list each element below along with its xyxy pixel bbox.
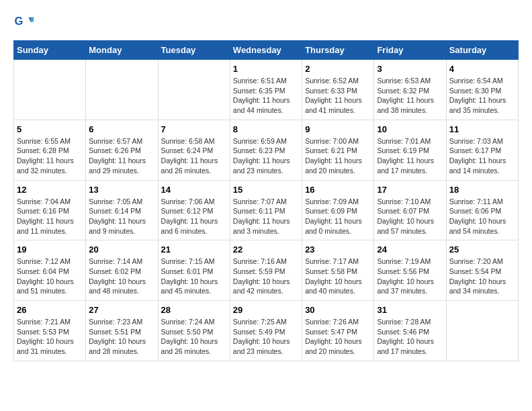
day-content: Sunrise: 7:00 AM Sunset: 6:21 PM Dayligh… bbox=[305, 136, 371, 176]
day-content: Sunrise: 7:03 AM Sunset: 6:17 PM Dayligh… bbox=[449, 136, 515, 176]
calendar-cell: 10Sunrise: 7:01 AM Sunset: 6:19 PM Dayli… bbox=[374, 120, 446, 180]
day-content: Sunrise: 7:10 AM Sunset: 6:07 PM Dayligh… bbox=[377, 197, 443, 236]
header-row: SundayMondayTuesdayWednesdayThursdayFrid… bbox=[14, 41, 519, 60]
calendar-cell: 17Sunrise: 7:10 AM Sunset: 6:07 PM Dayli… bbox=[374, 180, 446, 240]
day-content: Sunrise: 7:05 AM Sunset: 6:14 PM Dayligh… bbox=[89, 197, 154, 236]
day-content: Sunrise: 6:59 AM Sunset: 6:23 PM Dayligh… bbox=[233, 136, 299, 176]
day-content: Sunrise: 7:14 AM Sunset: 6:02 PM Dayligh… bbox=[89, 257, 154, 296]
calendar-cell bbox=[446, 301, 518, 361]
calendar-header: SundayMondayTuesdayWednesdayThursdayFrid… bbox=[14, 41, 519, 60]
day-number: 9 bbox=[305, 124, 371, 134]
calendar-cell: 30Sunrise: 7:26 AM Sunset: 5:47 PM Dayli… bbox=[302, 301, 374, 361]
day-content: Sunrise: 7:01 AM Sunset: 6:19 PM Dayligh… bbox=[377, 136, 443, 176]
day-content: Sunrise: 7:09 AM Sunset: 6:09 PM Dayligh… bbox=[305, 197, 371, 236]
header-day: Saturday bbox=[446, 41, 518, 60]
day-number: 16 bbox=[305, 185, 371, 195]
day-number: 17 bbox=[377, 185, 443, 195]
day-number: 8 bbox=[233, 124, 299, 134]
day-content: Sunrise: 7:06 AM Sunset: 6:12 PM Dayligh… bbox=[161, 197, 227, 236]
day-number: 11 bbox=[449, 124, 515, 134]
day-number: 20 bbox=[89, 244, 154, 255]
day-number: 14 bbox=[161, 185, 227, 195]
header-day: Sunday bbox=[14, 41, 86, 60]
calendar-cell: 18Sunrise: 7:11 AM Sunset: 6:06 PM Dayli… bbox=[446, 180, 518, 240]
calendar-cell: 16Sunrise: 7:09 AM Sunset: 6:09 PM Dayli… bbox=[302, 180, 374, 240]
calendar-cell: 22Sunrise: 7:16 AM Sunset: 5:59 PM Dayli… bbox=[230, 240, 302, 301]
day-content: Sunrise: 7:12 AM Sunset: 6:04 PM Dayligh… bbox=[17, 257, 83, 296]
day-number: 2 bbox=[305, 64, 371, 74]
calendar-week: 12Sunrise: 7:04 AM Sunset: 6:16 PM Dayli… bbox=[14, 180, 519, 240]
page-header: G bbox=[13, 13, 519, 34]
day-content: Sunrise: 7:07 AM Sunset: 6:11 PM Dayligh… bbox=[233, 197, 299, 236]
calendar-cell: 9Sunrise: 7:00 AM Sunset: 6:21 PM Daylig… bbox=[302, 120, 374, 180]
day-number: 30 bbox=[305, 305, 371, 315]
day-number: 19 bbox=[17, 244, 83, 255]
day-number: 12 bbox=[17, 185, 83, 195]
calendar-cell bbox=[14, 60, 86, 120]
day-content: Sunrise: 6:57 AM Sunset: 6:26 PM Dayligh… bbox=[89, 136, 154, 176]
calendar-cell: 5Sunrise: 6:55 AM Sunset: 6:28 PM Daylig… bbox=[14, 120, 86, 180]
calendar-week: 5Sunrise: 6:55 AM Sunset: 6:28 PM Daylig… bbox=[14, 120, 519, 180]
calendar-body: 1Sunrise: 6:51 AM Sunset: 6:35 PM Daylig… bbox=[14, 60, 519, 361]
header-day: Tuesday bbox=[158, 41, 230, 60]
logo-icon: G bbox=[13, 13, 34, 34]
day-number: 22 bbox=[233, 244, 299, 255]
day-content: Sunrise: 6:53 AM Sunset: 6:32 PM Dayligh… bbox=[377, 76, 443, 116]
day-number: 18 bbox=[449, 185, 515, 195]
day-number: 24 bbox=[377, 244, 443, 255]
calendar-cell: 8Sunrise: 6:59 AM Sunset: 6:23 PM Daylig… bbox=[230, 120, 302, 180]
calendar-cell: 27Sunrise: 7:23 AM Sunset: 5:51 PM Dayli… bbox=[86, 301, 158, 361]
day-content: Sunrise: 7:11 AM Sunset: 6:06 PM Dayligh… bbox=[449, 197, 515, 236]
calendar-cell: 28Sunrise: 7:24 AM Sunset: 5:50 PM Dayli… bbox=[158, 301, 230, 361]
day-content: Sunrise: 7:25 AM Sunset: 5:49 PM Dayligh… bbox=[233, 317, 299, 357]
day-number: 28 bbox=[161, 305, 227, 315]
day-number: 29 bbox=[233, 305, 299, 315]
calendar-cell: 7Sunrise: 6:58 AM Sunset: 6:24 PM Daylig… bbox=[158, 120, 230, 180]
day-content: Sunrise: 6:52 AM Sunset: 6:33 PM Dayligh… bbox=[305, 76, 371, 116]
day-content: Sunrise: 6:51 AM Sunset: 6:35 PM Dayligh… bbox=[233, 76, 299, 116]
calendar-cell bbox=[86, 60, 158, 120]
logo: G bbox=[13, 13, 36, 34]
calendar-cell: 1Sunrise: 6:51 AM Sunset: 6:35 PM Daylig… bbox=[230, 60, 302, 120]
day-content: Sunrise: 7:16 AM Sunset: 5:59 PM Dayligh… bbox=[233, 257, 299, 296]
day-content: Sunrise: 7:28 AM Sunset: 5:46 PM Dayligh… bbox=[377, 317, 443, 357]
calendar-week: 19Sunrise: 7:12 AM Sunset: 6:04 PM Dayli… bbox=[14, 240, 519, 301]
day-number: 4 bbox=[449, 64, 515, 74]
calendar-cell: 3Sunrise: 6:53 AM Sunset: 6:32 PM Daylig… bbox=[374, 60, 446, 120]
day-content: Sunrise: 7:20 AM Sunset: 5:54 PM Dayligh… bbox=[449, 257, 515, 296]
calendar-cell: 14Sunrise: 7:06 AM Sunset: 6:12 PM Dayli… bbox=[158, 180, 230, 240]
header-day: Thursday bbox=[302, 41, 374, 60]
day-number: 5 bbox=[17, 124, 83, 134]
day-number: 26 bbox=[17, 305, 83, 315]
calendar-cell: 15Sunrise: 7:07 AM Sunset: 6:11 PM Dayli… bbox=[230, 180, 302, 240]
calendar-cell: 2Sunrise: 6:52 AM Sunset: 6:33 PM Daylig… bbox=[302, 60, 374, 120]
calendar-cell: 29Sunrise: 7:25 AM Sunset: 5:49 PM Dayli… bbox=[230, 301, 302, 361]
day-number: 25 bbox=[449, 244, 515, 255]
header-day: Wednesday bbox=[230, 41, 302, 60]
day-number: 1 bbox=[233, 64, 299, 74]
calendar-cell: 11Sunrise: 7:03 AM Sunset: 6:17 PM Dayli… bbox=[446, 120, 518, 180]
day-number: 21 bbox=[161, 244, 227, 255]
calendar-table: SundayMondayTuesdayWednesdayThursdayFrid… bbox=[13, 40, 519, 361]
svg-text:G: G bbox=[15, 15, 24, 27]
calendar-cell: 19Sunrise: 7:12 AM Sunset: 6:04 PM Dayli… bbox=[14, 240, 86, 301]
calendar-cell: 6Sunrise: 6:57 AM Sunset: 6:26 PM Daylig… bbox=[86, 120, 158, 180]
calendar-week: 26Sunrise: 7:21 AM Sunset: 5:53 PM Dayli… bbox=[14, 301, 519, 361]
calendar-cell: 21Sunrise: 7:15 AM Sunset: 6:01 PM Dayli… bbox=[158, 240, 230, 301]
day-content: Sunrise: 7:17 AM Sunset: 5:58 PM Dayligh… bbox=[305, 257, 371, 296]
calendar-cell: 20Sunrise: 7:14 AM Sunset: 6:02 PM Dayli… bbox=[86, 240, 158, 301]
day-number: 7 bbox=[161, 124, 227, 134]
calendar-cell: 13Sunrise: 7:05 AM Sunset: 6:14 PM Dayli… bbox=[86, 180, 158, 240]
calendar-cell: 23Sunrise: 7:17 AM Sunset: 5:58 PM Dayli… bbox=[302, 240, 374, 301]
day-number: 23 bbox=[305, 244, 371, 255]
calendar-cell: 12Sunrise: 7:04 AM Sunset: 6:16 PM Dayli… bbox=[14, 180, 86, 240]
svg-marker-3 bbox=[30, 17, 34, 23]
day-number: 27 bbox=[89, 305, 154, 315]
day-number: 31 bbox=[377, 305, 443, 315]
day-content: Sunrise: 7:21 AM Sunset: 5:53 PM Dayligh… bbox=[17, 317, 83, 357]
day-content: Sunrise: 7:19 AM Sunset: 5:56 PM Dayligh… bbox=[377, 257, 443, 296]
day-content: Sunrise: 7:04 AM Sunset: 6:16 PM Dayligh… bbox=[17, 197, 83, 236]
calendar-week: 1Sunrise: 6:51 AM Sunset: 6:35 PM Daylig… bbox=[14, 60, 519, 120]
day-number: 3 bbox=[377, 64, 443, 74]
day-content: Sunrise: 7:23 AM Sunset: 5:51 PM Dayligh… bbox=[89, 317, 154, 357]
